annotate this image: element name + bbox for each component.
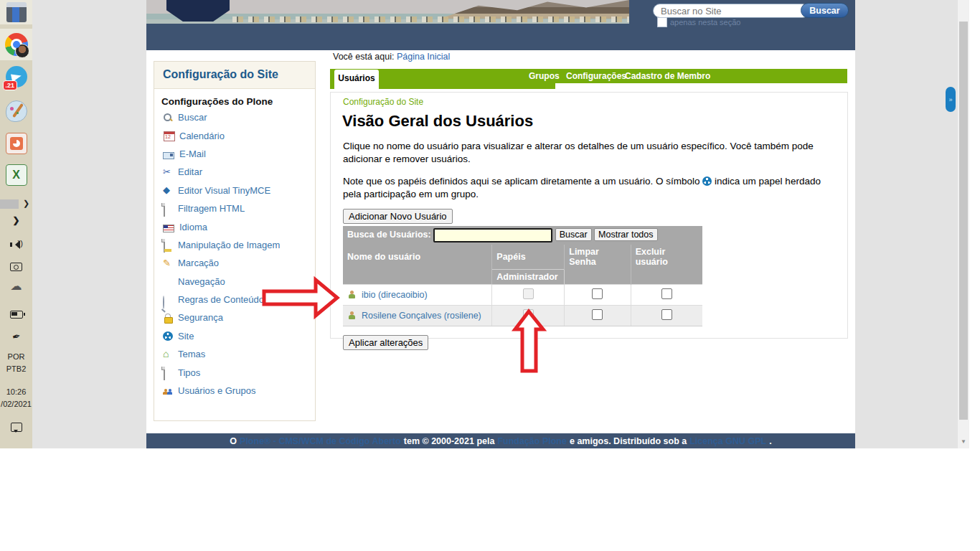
delete-user-checkbox[interactable] <box>661 309 672 320</box>
sidebar-item-label[interactable]: Idioma <box>179 222 207 232</box>
sidebar-item-label[interactable]: Segurança <box>178 312 223 323</box>
sidebar-item-label[interactable]: Filtragem HTML <box>178 203 245 214</box>
panel-title: Configuração do Site <box>154 62 315 89</box>
breadcrumb-home-link[interactable]: Página Inicial <box>397 52 450 62</box>
telegram-icon[interactable]: .21 <box>0 66 32 88</box>
desktop-left <box>32 0 146 448</box>
user-search-button[interactable]: Buscar <box>555 228 592 241</box>
note-paragraph: Note que os papéis definidos aqui se apl… <box>343 175 837 201</box>
user-search-input[interactable] <box>433 228 552 242</box>
sidebar-item-email[interactable]: E-Mail <box>163 145 315 163</box>
language-indicator[interactable]: POR PTB2 <box>0 351 32 375</box>
plone-icon <box>163 331 173 341</box>
scrollbar-thumb[interactable] <box>959 22 968 420</box>
sidebar-item-seguranca[interactable]: Segurança <box>163 309 315 326</box>
sidebar-item-calendario[interactable]: Calendário <box>163 126 315 144</box>
sidebar-item-temas[interactable]: ⌂Temas <box>163 345 315 363</box>
sidebar-item-label[interactable]: Buscar <box>178 112 207 123</box>
sidebar-item-navegacao[interactable]: Navegação <box>163 273 315 291</box>
apply-changes-button[interactable]: Aplicar alterações <box>343 335 428 350</box>
chrome-icon[interactable] <box>0 33 32 56</box>
clock[interactable]: 10:26 /02/2021 <box>0 386 32 410</box>
site-setup-panel: Configuração do Site Configurações do Pl… <box>154 61 316 421</box>
delete-user-checkbox[interactable] <box>661 288 672 299</box>
excel-icon[interactable]: X <box>0 164 32 186</box>
sidebar-item-label[interactable]: Calendário <box>179 131 225 141</box>
site-search-input[interactable] <box>653 4 809 18</box>
tab-configuracoes[interactable]: Configurações <box>566 69 626 83</box>
show-all-button[interactable]: Mostrar todos <box>594 228 657 241</box>
sidebar-item-marcacao[interactable]: ✎Marcação <box>163 254 315 272</box>
onedrive-cloud-icon[interactable]: ☁ <box>0 283 32 290</box>
role-administrator-header: Administrador <box>492 269 565 284</box>
sidebar-item-regras-conteudo[interactable]: Regras de Conteúdo <box>163 291 315 309</box>
sidebar-item-tipos[interactable]: Tipos <box>163 363 315 381</box>
sidebar-item-label[interactable]: Navegação <box>178 276 225 287</box>
footer-plone-link[interactable]: Plone® - CMS/WCM de Código Aberto <box>240 436 401 446</box>
user-link[interactable]: Rosilene Gonçalves (rosilene) <box>362 311 481 321</box>
tab-cadastro-de-membro[interactable]: Cadastro de Membro <box>625 69 710 83</box>
sidebar-item-usuarios-grupos[interactable]: Usuários e Grupos <box>163 382 315 400</box>
browser-page: Buscar apenas nesta seção Você está aqui… <box>146 0 855 448</box>
sidebar-item-idioma[interactable]: Idioma <box>163 217 315 235</box>
only-section-checkbox[interactable] <box>657 17 667 27</box>
tree-icon <box>163 276 173 286</box>
sidebar-item-buscar[interactable]: Buscar <box>163 108 315 126</box>
avatar <box>15 44 29 58</box>
cast-icon[interactable] <box>0 261 32 274</box>
scrollbar-down-arrow[interactable]: ▼ <box>958 438 969 445</box>
sidebar-item-label[interactable]: Manipulação de Imagem <box>178 240 280 250</box>
document-icon <box>163 367 173 377</box>
add-new-user-button[interactable]: Adicionar Novo Usuário <box>343 209 453 224</box>
sidebar-item-editar[interactable]: ✂Editar <box>163 163 315 181</box>
sidebar-item-label[interactable]: Editar <box>178 166 202 177</box>
paint-icon[interactable] <box>0 100 32 122</box>
footer-foundation-link[interactable]: Fundação Plone <box>497 436 567 446</box>
browser-scrollbar[interactable]: ▼ <box>958 0 969 448</box>
sidebar-item-site[interactable]: Site <box>163 327 315 345</box>
notification-center-button[interactable] <box>0 422 32 435</box>
sidebar-item-manipulacao-imagem[interactable]: Manipulação de Imagem <box>163 236 315 254</box>
sidebar-item-tinymce[interactable]: ◆Editor Visual TinyMCE <box>163 182 315 199</box>
clear-password-checkbox[interactable] <box>592 309 603 320</box>
sidebar-item-label[interactable]: Usuários e Grupos <box>178 385 255 396</box>
chrome-icon <box>5 33 28 56</box>
col-username: Nome do usuário <box>343 245 492 269</box>
sidebar-item-label[interactable]: Regras de Conteúdo <box>178 294 264 305</box>
footer-text: . <box>769 436 771 446</box>
clear-password-checkbox[interactable] <box>592 288 603 299</box>
empty-cell <box>631 269 702 284</box>
users-table: Busca de Usuários: Buscar Mostrar todos … <box>343 226 702 326</box>
show-hidden-icons-button[interactable]: ❯ <box>0 215 32 225</box>
battery-icon <box>10 311 23 319</box>
sidebar-item-label[interactable]: E-Mail <box>179 149 206 159</box>
tab-grupos[interactable]: Grupos <box>529 69 560 83</box>
sidebar-item-label[interactable]: Tipos <box>178 367 200 378</box>
only-section-label: apenas nesta seção <box>670 18 740 27</box>
user-link[interactable]: ibio (direcaoibio) <box>362 290 428 300</box>
sidebar-item-label[interactable]: Site <box>178 331 194 342</box>
powerpoint-icon[interactable] <box>0 133 32 154</box>
taskbar-scrollbar[interactable]: ❯ <box>0 199 32 209</box>
pen-icon[interactable]: ✒ <box>0 330 32 343</box>
site-search-button[interactable]: Buscar <box>801 3 849 18</box>
calculator-icon[interactable] <box>0 2 32 22</box>
sidebar-item-label[interactable]: Editor Visual TinyMCE <box>178 185 270 196</box>
paint-icon <box>6 100 27 122</box>
flag-icon <box>163 225 174 232</box>
volume-icon[interactable]: )) <box>0 239 32 252</box>
chevron-right-icon: ❯ <box>23 199 29 208</box>
user-icon <box>347 290 357 300</box>
sidebar-item-label[interactable]: Marcação <box>178 258 219 268</box>
battery-icon[interactable] <box>0 309 32 321</box>
scrollbar-thumb[interactable] <box>0 199 19 209</box>
site-setup-uplink[interactable]: Configuração do Site <box>343 97 423 107</box>
footer-license-link[interactable]: Licença GNU GPL <box>689 436 766 446</box>
sidebar-item-label[interactable]: Temas <box>178 349 205 359</box>
sidebar-item-filtragem-html[interactable]: Filtragem HTML <box>163 199 315 217</box>
site-logo <box>166 0 230 22</box>
image-document-icon <box>163 240 173 250</box>
diamond-icon: ◆ <box>163 185 173 195</box>
side-handle-button[interactable]: » <box>946 87 956 112</box>
tab-usuarios[interactable]: Usuários <box>334 70 379 89</box>
